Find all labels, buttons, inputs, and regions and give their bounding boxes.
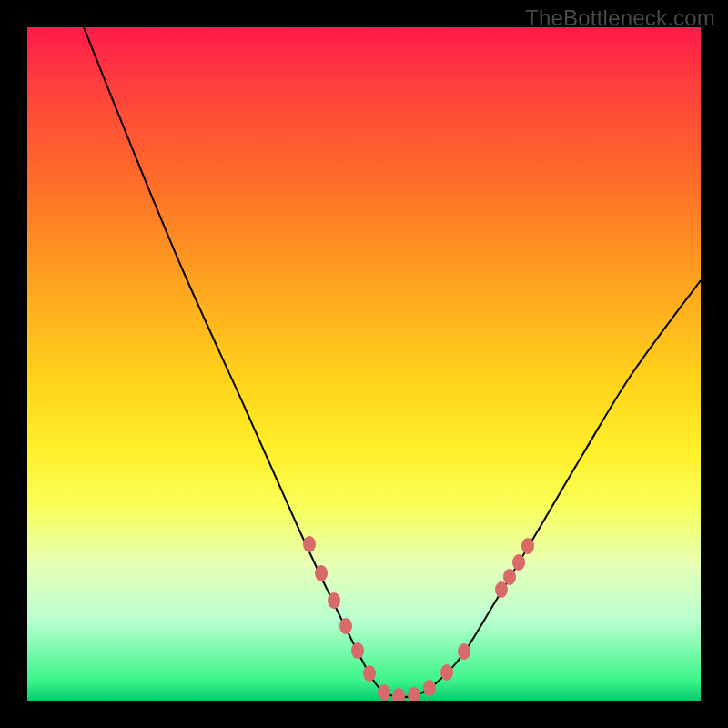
curve-marker xyxy=(339,618,352,634)
curve-marker xyxy=(315,565,328,581)
curve-markers xyxy=(303,536,534,701)
watermark-text: TheBottleneck.com xyxy=(525,5,715,31)
chart-area xyxy=(27,27,701,701)
curve-marker xyxy=(521,538,534,554)
curve-marker xyxy=(512,554,525,571)
curve-marker xyxy=(328,592,340,609)
curve-marker xyxy=(303,536,316,552)
bottleneck-curve xyxy=(84,27,701,697)
curve-marker xyxy=(378,684,390,701)
curve-marker xyxy=(351,642,364,659)
curve-marker xyxy=(392,688,405,701)
curve-marker xyxy=(495,581,508,598)
curve-marker xyxy=(363,665,376,682)
curve-marker xyxy=(503,569,516,585)
curve-marker xyxy=(440,664,453,681)
curve-marker xyxy=(408,687,420,701)
curve-marker xyxy=(458,643,470,660)
curve-marker xyxy=(423,680,436,696)
chart-svg xyxy=(27,27,701,701)
